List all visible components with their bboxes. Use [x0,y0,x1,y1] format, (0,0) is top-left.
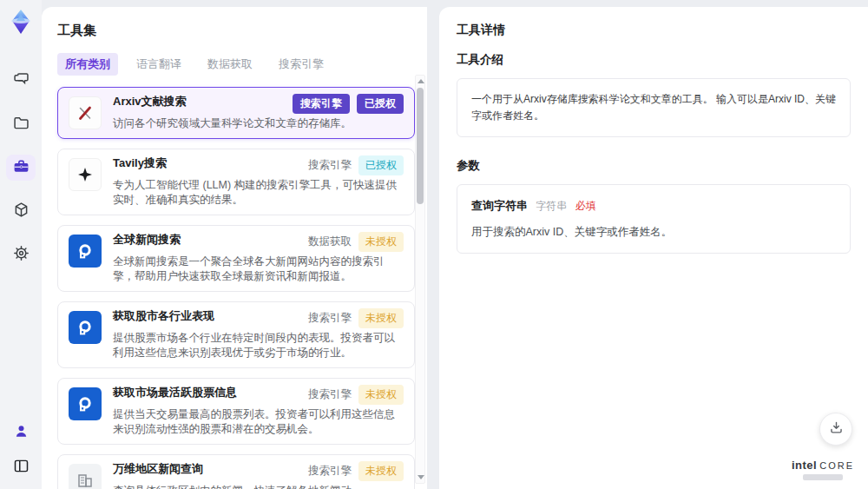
folder-icon [12,114,30,135]
auth-status-badge: 未授权 [358,232,404,252]
tool-badges: 搜索引擎 未授权 [308,308,404,328]
sidebar-item-settings[interactable] [6,241,36,268]
tool-card-sector-performance[interactable]: 获取股市各行业表现 搜索引擎 未授权 提供股票市场各个行业在特定时间段内的表现。… [57,301,415,368]
category-badge: 搜索引擎 [293,94,350,114]
download-button[interactable] [819,413,852,446]
intel-wordmark: intel [792,459,817,472]
tool-name: 全球新闻搜索 [113,232,181,248]
tool-badges: 搜索引擎 已授权 [308,155,404,175]
tool-card-global-news[interactable]: 全球新闻搜索 数据获取 未授权 全球新闻搜索是一个聚合全球各大新闻网站内容的搜索… [57,225,415,292]
scroll-down-arrow-icon[interactable] [418,475,424,479]
tool-badges: 搜索引擎 未授权 [308,385,404,405]
stock-icon [69,311,102,344]
scrollbar-thumb[interactable] [417,88,424,204]
panel-layout-icon [12,457,30,479]
tool-card-regional-news[interactable]: 万维地区新闻查询 搜索引擎 未授权 查询具体行政区划内的新闻，快速了解各地新闻动 [57,454,415,489]
tools-panel: 工具集 所有类别 语言翻译 数据获取 搜索引擎 Arxiv文献搜索 搜索引擎 已… [42,7,427,489]
sparkle-icon [69,158,102,191]
tool-details-panel: 工具详情 工具介绍 一个用于从Arxiv存储库搜索科学论文和文章的工具。 输入可… [439,7,868,489]
category-label: 搜索引擎 [308,464,352,479]
tab-data-fetching[interactable]: 数据获取 [200,53,260,76]
gem-logo [6,7,36,36]
intel-core-logo: intelCORE [792,459,854,480]
user-icon [12,422,30,444]
category-label: 数据获取 [308,235,352,249]
tool-description: 查询具体行政区划内的新闻，快速了解各地新闻动 [113,484,403,489]
tool-description: 提供股票市场各个行业在特定时间段内的表现。投资者可以利用这些信息来识别表现优于或… [113,331,403,360]
sidebar-item-packages[interactable] [6,198,36,224]
param-type: 字符串 [536,200,567,212]
tool-description: 提供当天交易量最高的股票列表。投资者可以利用这些信息来识别流动性强的股票和潜在的… [113,407,403,437]
auth-status-badge: 已授权 [358,155,404,175]
core-wordmark: CORE [819,460,854,471]
globe-news-icon [69,235,102,268]
intro-box: 一个用于从Arxiv存储库搜索科学论文和文章的工具。 输入可以是Arxiv ID… [457,78,851,137]
tab-all-categories[interactable]: 所有类别 [57,53,118,76]
tool-badges: 搜索引擎 已授权 [293,94,404,114]
sidebar-item-chat[interactable] [6,68,36,94]
auth-status-badge: 未授权 [358,461,404,481]
auth-status-badge: 未授权 [358,308,404,328]
tool-badges: 搜索引擎 未授权 [308,461,404,481]
tab-search-engine[interactable]: 搜索引擎 [271,53,332,76]
sidebar-item-user[interactable] [6,420,36,446]
tool-badges: 数据获取 未授权 [308,232,404,252]
param-header: 查询字符串 字符串 必填 [471,197,836,215]
chat-icon [12,70,30,92]
tool-description: 专为人工智能代理 (LLM) 构建的搜索引擎工具，可快速提供实时、准确和真实的结… [113,178,403,208]
tab-language-translation[interactable]: 语言翻译 [128,53,189,76]
auth-status-badge: 未授权 [358,385,404,405]
tool-card-arxiv[interactable]: Arxiv文献搜索 搜索引擎 已授权 访问各个研究领域大量科学论文和文章的存储库… [57,87,415,139]
tool-name: 获取市场最活跃股票信息 [113,385,237,400]
param-required-badge: 必填 [575,200,596,212]
tool-description: 全球新闻搜索是一个聚合全球各大新闻网站内容的搜索引擎，帮助用户快速获取全球最新资… [113,254,403,284]
param-name: 查询字符串 [471,199,528,212]
tool-name: 获取股市各行业表现 [113,308,214,324]
category-label: 搜索引擎 [308,387,352,402]
gear-icon [12,244,30,266]
arxiv-icon [69,96,102,129]
stock-icon [69,387,102,420]
tool-description: 访问各个研究领域大量科学论文和文章的存储库。 [113,116,403,131]
app-rail [0,0,42,489]
category-label: 搜索引擎 [308,311,352,326]
rail-nav [6,68,36,268]
rail-bottom [6,420,36,480]
param-box: 查询字符串 字符串 必填 用于搜索的Arxiv ID、关键字或作者姓名。 [457,184,851,254]
category-tabs: 所有类别 语言翻译 数据获取 搜索引擎 [57,53,413,76]
brand-subline [803,474,843,480]
sidebar-item-files[interactable] [6,111,36,137]
download-icon [828,420,845,439]
scroll-up-arrow-icon[interactable] [418,79,424,83]
details-title: 工具详情 [457,23,851,38]
tool-list-scrollbar[interactable] [415,75,425,484]
building-icon [69,464,102,489]
tool-name: Tavily搜索 [113,155,167,171]
page-title: 工具集 [57,23,413,39]
params-heading: 参数 [457,158,851,174]
param-description: 用于搜索的Arxiv ID、关键字或作者姓名。 [471,223,836,241]
sidebar-item-collapse[interactable] [6,454,36,480]
auth-status-badge: 已授权 [357,94,404,114]
tool-list: Arxiv文献搜索 搜索引擎 已授权 访问各个研究领域大量科学论文和文章的存储库… [57,87,415,489]
cube-icon [12,201,30,222]
tool-name: 万维地区新闻查询 [113,461,203,477]
category-label: 搜索引擎 [308,158,352,173]
sidebar-item-tools[interactable] [6,155,36,181]
tool-name: Arxiv文献搜索 [113,94,187,109]
briefcase-icon [12,157,30,179]
tool-card-active-stocks[interactable]: 获取市场最活跃股票信息 搜索引擎 未授权 提供当天交易量最高的股票列表。投资者可… [57,378,415,445]
tool-card-tavily[interactable]: Tavily搜索 搜索引擎 已授权 专为人工智能代理 (LLM) 构建的搜索引擎… [57,149,415,215]
intro-heading: 工具介绍 [457,52,851,68]
